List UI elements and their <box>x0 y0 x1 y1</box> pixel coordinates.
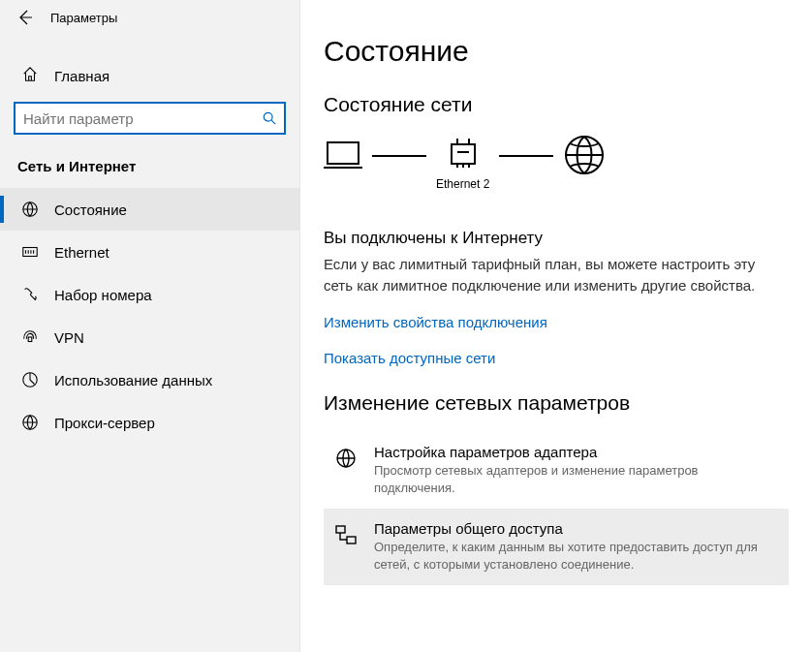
home-label: Главная <box>54 68 109 84</box>
page-title: Состояние <box>324 35 789 68</box>
sidebar: Параметры Главная Сеть и Интернет Состоя… <box>0 0 300 652</box>
main-content: Состояние Состояние сети Ethernet 2 Вы п… <box>300 0 812 652</box>
nav-item-vpn[interactable]: VPN <box>0 316 299 358</box>
diagram-internet <box>563 134 606 196</box>
svg-rect-11 <box>347 537 356 543</box>
back-button[interactable] <box>17 10 33 25</box>
svg-point-0 <box>264 112 272 121</box>
nav-label: Прокси-сервер <box>54 415 155 431</box>
window-title: Параметры <box>50 11 117 25</box>
diagram-line <box>372 155 426 157</box>
home-icon <box>21 66 39 86</box>
nav-label: Ethernet <box>54 244 109 261</box>
ethernet-icon <box>21 243 39 261</box>
change-params-heading: Изменение сетевых параметров <box>324 391 789 415</box>
search-icon <box>263 111 276 125</box>
svg-rect-2 <box>23 248 37 257</box>
svg-rect-10 <box>336 526 345 533</box>
svg-rect-3 <box>28 337 32 342</box>
nav-label: Состояние <box>54 202 127 218</box>
search-field[interactable] <box>23 110 263 127</box>
titlebar: Параметры <box>0 0 299 35</box>
setting-title: Настройка параметров адаптера <box>374 444 779 460</box>
setting-desc: Определите, к каким данным вы хотите пре… <box>374 539 779 574</box>
setting-sharing-options[interactable]: Параметры общего доступа Определите, к к… <box>324 509 789 585</box>
nav-label: VPN <box>54 329 84 346</box>
svg-rect-7 <box>452 144 475 164</box>
connected-text: Если у вас лимитный тарифный план, вы мо… <box>324 254 760 296</box>
nav-label: Набор номера <box>54 287 152 303</box>
globe-icon <box>563 134 606 176</box>
nav-list: Состояние Ethernet Набор номера VPN Испо… <box>0 188 299 444</box>
setting-desc: Просмотр сетевых адаптеров и изменение п… <box>374 462 779 497</box>
sharing-icon <box>333 522 359 547</box>
link-show-networks[interactable]: Показать доступные сети <box>324 350 789 366</box>
status-icon <box>21 201 39 218</box>
nav-item-dialup[interactable]: Набор номера <box>0 273 299 316</box>
vpn-icon <box>21 328 39 346</box>
network-diagram: Ethernet 2 <box>324 134 789 196</box>
svg-rect-6 <box>328 142 359 164</box>
connected-heading: Вы подключены к Интернету <box>324 229 789 248</box>
diagram-adapter: Ethernet 2 <box>436 139 489 191</box>
data-usage-icon <box>21 371 39 388</box>
pc-icon <box>324 139 362 171</box>
search-input[interactable] <box>14 102 286 135</box>
nav-item-data-usage[interactable]: Использование данных <box>0 358 299 401</box>
diagram-line <box>499 155 553 157</box>
nav-label: Использование данных <box>54 372 212 388</box>
nav-item-proxy[interactable]: Прокси-сервер <box>0 401 299 444</box>
adapter-settings-icon <box>333 446 359 471</box>
link-change-connection-props[interactable]: Изменить свойства подключения <box>324 314 789 330</box>
setting-adapter-options[interactable]: Настройка параметров адаптера Просмотр с… <box>324 432 789 509</box>
setting-title: Параметры общего доступа <box>374 520 779 537</box>
proxy-icon <box>21 414 39 431</box>
dialup-icon <box>21 286 39 303</box>
home-nav[interactable]: Главная <box>0 56 299 94</box>
net-state-heading: Состояние сети <box>324 93 789 116</box>
section-heading: Сеть и Интернет <box>0 152 299 188</box>
adapter-icon <box>444 139 483 171</box>
diagram-pc <box>324 139 362 191</box>
adapter-label: Ethernet 2 <box>436 177 489 191</box>
nav-item-status[interactable]: Состояние <box>0 188 299 231</box>
nav-item-ethernet[interactable]: Ethernet <box>0 231 299 273</box>
